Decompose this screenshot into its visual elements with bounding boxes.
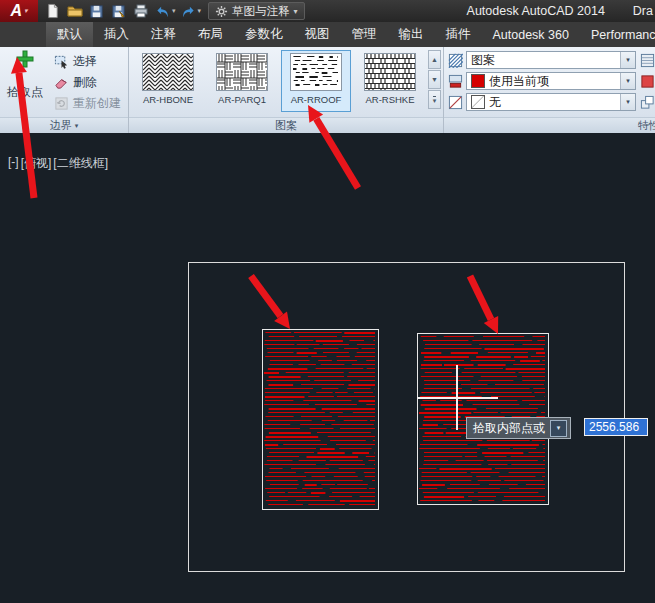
autocad-logo: A [10, 2, 22, 20]
hatch-type-combo[interactable]: 图案 ▾ [466, 51, 636, 69]
gallery-scroll-controls: ▲ ▼ ▾ [428, 50, 441, 109]
pattern-swatch-item[interactable]: AR-HBONE [133, 50, 203, 112]
plot-button[interactable] [130, 1, 151, 21]
viewport-controls-menu[interactable]: [-] [8, 155, 19, 172]
pick-point-tooltip: 拾取内部点或 ▾ [466, 417, 571, 439]
pattern-name: AR-PARQ1 [218, 94, 266, 105]
pattern-swatch-item[interactable]: AR-PARQ1 [207, 50, 277, 112]
recreate-boundary-button[interactable]: 重新创建 [50, 93, 124, 113]
hatch-transparency-icon [639, 52, 655, 68]
hatch-color-icon [447, 73, 463, 89]
save-button[interactable] [86, 1, 107, 21]
crosshair-horizontal [417, 397, 498, 399]
tab-output[interactable]: 输出 [388, 22, 435, 47]
none-color-swatch [471, 95, 485, 109]
recreate-label: 重新创建 [73, 95, 121, 112]
pattern-panel: AR-HBONE AR-PARQ1 AR-RROOF AR-RSHKE ▲ [129, 47, 444, 133]
hatch-creation-ribbon: 拾取点 选择 删除 [0, 47, 655, 133]
select-icon [53, 53, 69, 69]
properties-panel-label[interactable]: 特性 [444, 117, 655, 133]
tab-performance[interactable]: Performance [580, 22, 655, 47]
viewport-view-control[interactable]: [俯视] [21, 155, 52, 172]
save-as-button[interactable] [108, 1, 129, 21]
redo-icon [180, 4, 196, 19]
chevron-down-icon: ▾ [620, 94, 635, 110]
dynamic-input-field[interactable]: 2556.586 [584, 418, 648, 436]
gallery-expand-button[interactable]: ▾ [428, 90, 441, 109]
undo-button[interactable] [152, 1, 173, 21]
viewport-controls: [-] [俯视] [二维线框] [8, 155, 108, 172]
background-color-icon [447, 94, 463, 110]
undo-dropdown-icon[interactable]: ▾ [172, 7, 176, 15]
tab-manage[interactable]: 管理 [341, 22, 388, 47]
save-icon [89, 4, 104, 19]
plot-printer-icon [133, 3, 149, 19]
pattern-panel-label[interactable]: 图案 [129, 117, 443, 133]
pattern-preview-ar-rroof [290, 53, 342, 91]
hatch-rect-left[interactable] [262, 329, 379, 510]
chevron-down-icon: ▾ [24, 7, 28, 15]
background-color-combo[interactable]: 无 ▾ [466, 93, 636, 111]
remove-label: 删除 [73, 74, 97, 91]
app-title: Autodesk AutoCAD 2014 [467, 4, 605, 18]
pattern-swatch-item[interactable]: AR-RROOF [281, 50, 351, 112]
save-as-icon [111, 4, 126, 19]
autocad-window: A ▾ ▾ ▾ [0, 0, 655, 603]
tab-layout[interactable]: 布局 [187, 22, 234, 47]
pattern-preview-ar-hbone [142, 53, 194, 91]
eraser-icon [53, 74, 69, 90]
tab-view[interactable]: 视图 [294, 22, 341, 47]
pattern-name: AR-RSHKE [365, 94, 414, 105]
workspace-selector[interactable]: 草图与注释 ▾ [208, 2, 305, 20]
title-bar: A ▾ ▾ ▾ [0, 0, 655, 22]
workspace-name: 草图与注释 [232, 4, 290, 19]
tab-insert[interactable]: 插入 [93, 22, 140, 47]
boundaries-panel: 拾取点 选择 删除 [0, 47, 129, 133]
model-space[interactable]: [-] [俯视] [二维线框] 拾取内部点或 ▾ 2556.586 [0, 133, 655, 603]
tab-autodesk-360[interactable]: Autodesk 360 [482, 22, 580, 47]
boundaries-panel-label[interactable]: 边界 ▾ [0, 117, 128, 133]
tooltip-text: 拾取内部点或 [473, 420, 545, 437]
open-folder-icon [67, 3, 83, 19]
panel-expand-icon: ▾ [75, 122, 79, 130]
dynamic-input-options-icon[interactable]: ▾ [550, 420, 567, 437]
ribbon-tab-bar: 默认 插入 注释 布局 参数化 视图 管理 输出 插件 Autodesk 360… [0, 22, 655, 47]
boundary-buttons: 选择 删除 重新创建 [50, 51, 124, 113]
pattern-preview-ar-rshke [364, 53, 416, 91]
viewport-visual-style-control[interactable]: [二维线框] [53, 155, 108, 172]
tab-plugins[interactable]: 插件 [435, 22, 482, 47]
hatch-color-combo[interactable]: 使用当前项 ▾ [466, 72, 636, 90]
pick-points-button[interactable]: 拾取点 [3, 50, 47, 114]
pattern-swatch-item[interactable]: AR-RSHKE [355, 50, 425, 112]
tab-parametric[interactable]: 参数化 [234, 22, 294, 47]
chevron-down-icon: ▾ [620, 52, 635, 68]
hatch-type-icon [447, 52, 463, 68]
properties-panel: 图案 ▾ 使用当前项 ▾ [444, 47, 655, 133]
pick-points-label: 拾取点 [7, 84, 43, 101]
remove-boundary-button[interactable]: 删除 [50, 72, 124, 92]
tab-annotate[interactable]: 注释 [140, 22, 187, 47]
chevron-down-icon: ▾ [620, 73, 635, 89]
gallery-scroll-down-button[interactable]: ▼ [428, 70, 441, 89]
pick-points-plus-icon [16, 50, 34, 68]
crosshair-vertical [456, 365, 458, 430]
redo-dropdown-icon[interactable]: ▾ [198, 7, 202, 15]
application-menu-button[interactable]: A ▾ [0, 0, 38, 22]
redo-button[interactable] [178, 1, 199, 21]
new-file-icon [45, 3, 60, 19]
tab-home[interactable]: 默认 [46, 22, 93, 47]
gear-icon [215, 5, 228, 18]
quick-access-toolbar: ▾ ▾ [42, 1, 202, 21]
new-file-button[interactable] [42, 1, 63, 21]
pattern-name: AR-RROOF [291, 94, 342, 105]
hatch-scale-icon [639, 94, 655, 110]
undo-icon [155, 4, 171, 19]
chevron-down-icon: ▾ [294, 7, 298, 16]
hatch-angle-icon [639, 73, 655, 89]
recreate-icon [53, 95, 69, 111]
gallery-scroll-up-button[interactable]: ▲ [428, 50, 441, 69]
pattern-name: AR-HBONE [143, 94, 193, 105]
select-boundary-button[interactable]: 选择 [50, 51, 124, 71]
open-file-button[interactable] [64, 1, 85, 21]
pattern-preview-ar-parq1 [216, 53, 268, 91]
